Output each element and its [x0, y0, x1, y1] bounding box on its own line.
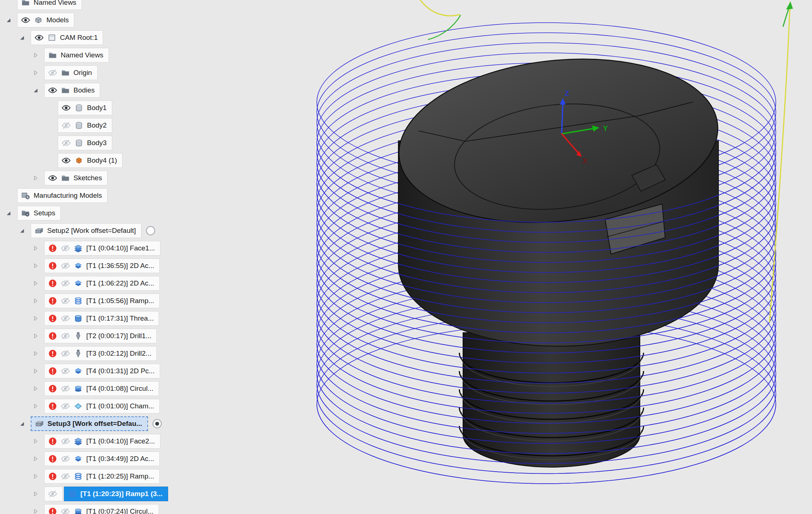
- expand-arrow-icon[interactable]: [31, 51, 39, 59]
- hidden-visibility-toggle-icon[interactable]: [61, 349, 70, 358]
- tree-item-box[interactable]: CAM Root:1: [31, 30, 103, 45]
- collapse-arrow-icon[interactable]: [18, 227, 26, 235]
- warning-icon: [48, 384, 57, 393]
- selected-operation[interactable]: [T1 (1:20:23)] Ramp1 (3...: [64, 487, 168, 501]
- hidden-visibility-toggle-icon[interactable]: [61, 331, 70, 341]
- expand-arrow-icon[interactable]: [31, 490, 39, 498]
- tree-item: Body4 (1): [58, 153, 122, 168]
- visibility-toggle-icon[interactable]: [21, 15, 30, 25]
- hidden-visibility-toggle-icon[interactable]: [61, 314, 70, 323]
- tree-item-label: Body3: [87, 139, 107, 147]
- tree-item-box[interactable]: [T1 (1:06:22)] 2D Ac...: [44, 276, 160, 291]
- tree-item-box[interactable]: [T1 (0:17:31)] Threa...: [44, 311, 159, 326]
- hidden-visibility-toggle-icon[interactable]: [61, 243, 70, 253]
- collapse-arrow-icon[interactable]: [31, 86, 39, 94]
- tree-item: Named Views: [44, 48, 109, 63]
- expand-arrow-icon[interactable]: [31, 279, 39, 287]
- tree-item-box[interactable]: [T1 (0:04:10)] Face1...: [44, 241, 160, 256]
- tree-item-box[interactable]: [T1 (1:05:56)] Ramp...: [44, 294, 160, 308]
- folder-icon: [61, 86, 70, 95]
- tree-item-box[interactable]: Body1: [58, 101, 112, 115]
- active-setup-radio-selected[interactable]: [152, 418, 163, 429]
- tree-item-box[interactable]: Models: [17, 13, 74, 27]
- tree-item-label: [T4 (0:01:31)] 2D Pc...: [86, 367, 155, 375]
- tree-item: [T1 (1:06:22)] 2D Ac...: [44, 276, 160, 291]
- tree-item-box[interactable]: [T2 (0:00:17)] Drill1...: [44, 329, 157, 343]
- tree-item-box[interactable]: Origin: [44, 65, 98, 80]
- tree-item-box[interactable]: Sketches: [44, 171, 107, 185]
- hidden-visibility-toggle-icon[interactable]: [48, 68, 57, 78]
- hidden-visibility-toggle-icon[interactable]: [61, 507, 70, 514]
- tree-item-box[interactable]: Named Views: [44, 48, 109, 63]
- collapse-arrow-icon[interactable]: [18, 420, 26, 428]
- expand-arrow-icon[interactable]: [31, 402, 39, 410]
- expand-arrow-icon[interactable]: [31, 437, 39, 445]
- hidden-visibility-toggle-icon[interactable]: [61, 384, 70, 393]
- visibility-toggle-icon[interactable]: [48, 86, 57, 95]
- tree-item-box[interactable]: [T1 (1:36:55)] 2D Ac...: [44, 258, 160, 273]
- tree-item-box[interactable]: Named Views: [17, 0, 82, 10]
- expand-arrow-icon[interactable]: [31, 297, 39, 305]
- collapse-arrow-icon[interactable]: [4, 209, 12, 217]
- tree-row: CAM Root:1: [0, 29, 227, 46]
- tree-item-box[interactable]: [T1 (0:01:00)] Cham...: [44, 399, 160, 413]
- tree-item-box[interactable]: [T1 (0:34:49)] 2D Ac...: [44, 451, 160, 466]
- collapse-arrow-icon[interactable]: [18, 34, 26, 42]
- tree-row: Manufacturing Models: [0, 187, 227, 204]
- tree-item-box[interactable]: Body3: [58, 136, 112, 150]
- component-icon: [47, 33, 57, 42]
- thread-icon: [73, 314, 83, 323]
- hidden-visibility-toggle-icon[interactable]: [61, 121, 71, 130]
- expand-arrow-icon[interactable]: [31, 244, 39, 252]
- active-setup-item[interactable]: Setup3 [Work offset=Defau...: [31, 416, 148, 431]
- hidden-visibility-toggle-icon[interactable]: [61, 401, 70, 411]
- hidden-visibility-toggle-icon[interactable]: [61, 436, 70, 446]
- hidden-visibility-toggle-icon[interactable]: [61, 454, 70, 464]
- visibility-toggle-icon[interactable]: [61, 103, 71, 113]
- expand-arrow-icon[interactable]: [31, 314, 39, 322]
- expand-arrow-icon[interactable]: [31, 507, 39, 514]
- expand-arrow-icon[interactable]: [31, 385, 39, 393]
- hidden-visibility-toggle-icon[interactable]: [61, 261, 70, 271]
- warning-icon: [48, 401, 57, 411]
- hidden-visibility-toggle-icon[interactable]: [61, 138, 71, 148]
- visibility-toggle-icon[interactable]: [34, 33, 44, 42]
- expand-arrow-icon[interactable]: [31, 332, 39, 340]
- hidden-visibility-toggle-icon[interactable]: [61, 296, 70, 306]
- visibility-toggle-icon[interactable]: [61, 156, 71, 165]
- tree-item-box[interactable]: [T1 (0:07:24)] Circul...: [44, 504, 159, 514]
- expand-arrow-icon[interactable]: [31, 455, 39, 463]
- tree-item-box[interactable]: [T4 (0:01:08)] Circul...: [44, 381, 159, 396]
- tree-item-box[interactable]: Bodies: [44, 83, 100, 98]
- tree-item-box[interactable]: Body2: [58, 118, 112, 133]
- tree-item-box[interactable]: Manufacturing Models: [17, 188, 107, 203]
- tree-row: [T1 (0:17:31)] Threa...: [0, 310, 227, 327]
- warning-icon: [48, 279, 57, 288]
- hidden-visibility-toggle-icon[interactable]: [61, 366, 70, 376]
- visibility-toggle-icon[interactable]: [48, 173, 57, 183]
- folder-icon: [21, 0, 30, 7]
- tree-item-label: [T1 (0:17:31)] Threa...: [86, 314, 153, 322]
- folder-icon: [61, 173, 70, 183]
- expand-arrow-icon[interactable]: [31, 262, 39, 270]
- tree-item-box[interactable]: [T1 (0:04:10)] Face2...: [44, 434, 160, 449]
- expand-arrow-icon[interactable]: [31, 69, 39, 77]
- tree-item-box[interactable]: [T1 (1:20:25)] Ramp...: [44, 469, 160, 484]
- collapse-arrow-icon[interactable]: [4, 16, 12, 24]
- hidden-visibility-toggle-icon[interactable]: [61, 279, 70, 288]
- machined-part[interactable]: [391, 44, 726, 467]
- ramp-icon: [73, 472, 83, 481]
- expand-arrow-icon[interactable]: [31, 174, 39, 182]
- tree-item-box[interactable]: Body4 (1): [58, 153, 122, 168]
- tree-row: [T1 (1:36:55)] 2D Ac...: [0, 257, 227, 275]
- tree-item-box[interactable]: Setup2 [Work offset=Default]: [31, 223, 141, 238]
- hidden-visibility-toggle-icon[interactable]: [48, 489, 57, 499]
- expand-arrow-icon[interactable]: [31, 349, 39, 358]
- tree-item-box[interactable]: [T3 (0:02:12)] Drill2...: [44, 346, 157, 361]
- expand-arrow-icon[interactable]: [31, 472, 39, 480]
- tree-item-box[interactable]: Setups: [17, 206, 61, 220]
- tree-item-box[interactable]: [T4 (0:01:31)] 2D Pc...: [44, 364, 160, 378]
- active-setup-radio[interactable]: [145, 225, 156, 236]
- expand-arrow-icon[interactable]: [31, 367, 39, 375]
- hidden-visibility-toggle-icon[interactable]: [61, 472, 70, 481]
